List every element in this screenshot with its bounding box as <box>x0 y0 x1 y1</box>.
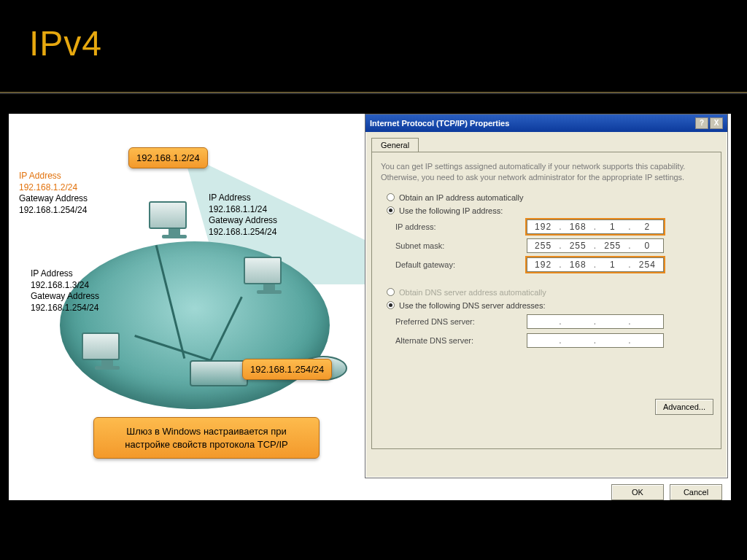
radio-label: Obtain an IP address automatically <box>399 193 523 202</box>
radio-icon <box>387 288 395 296</box>
value: 192.168.1.3/24 <box>31 280 89 290</box>
callout-pc1-ip: 192.168.1.2/24 <box>128 147 208 168</box>
radio-label: Use the following IP address: <box>399 206 503 215</box>
label: IP Address <box>209 192 251 203</box>
field-label: Default gateway: <box>395 260 527 269</box>
dialog-footer-buttons: OK Cancel <box>365 484 728 500</box>
radio-icon <box>387 301 395 309</box>
dialog-title: Internet Protocol (TCP/IP) Properties <box>370 119 509 128</box>
content-area: IP Address 192.168.1.2/24 Gateway Addres… <box>9 114 731 500</box>
titlebar[interactable]: Internet Protocol (TCP/IP) Properties ? … <box>365 114 727 132</box>
label: IP Address <box>31 268 73 279</box>
label: Gateway Address <box>31 291 99 301</box>
row-default-gateway: Default gateway: 192. 168. 1. 254 <box>395 257 712 272</box>
help-button[interactable]: ? <box>695 117 708 129</box>
gateway-note: Шлюз в Windows настраивается при настрой… <box>93 417 320 459</box>
default-gateway-field[interactable]: 192. 168. 1. 254 <box>527 257 664 272</box>
tab-general[interactable]: General <box>371 138 419 152</box>
radio-auto-dns: Obtain DNS server address automatically <box>387 288 712 297</box>
radio-icon <box>387 206 395 214</box>
radio-manual-ip[interactable]: Use the following IP address: <box>387 206 712 215</box>
radio-label: Use the following DNS server addresses: <box>399 301 546 310</box>
row-alternate-dns: Alternate DNS server: . . . <box>395 333 712 348</box>
tab-strip: General <box>371 138 721 152</box>
label: IP Address <box>19 171 61 181</box>
radio-manual-dns[interactable]: Use the following DNS server addresses: <box>387 301 712 310</box>
network-diagram: IP Address 192.168.1.2/24 Gateway Addres… <box>9 114 366 500</box>
value: 192.168.1.254/24 <box>31 303 98 313</box>
value: 192.168.1.254/24 <box>209 227 276 237</box>
advanced-button[interactable]: Advanced... <box>655 399 713 415</box>
field-label: Preferred DNS server: <box>395 317 527 326</box>
label: Gateway Address <box>209 215 277 225</box>
row-subnet-mask: Subnet mask: 255. 255. 255. 0 <box>395 238 712 253</box>
switch-icon <box>190 360 248 386</box>
slide: IPv4 IP Address 192.168.1.2/24 Gateway A… <box>0 0 747 560</box>
panel-general: You can get IP settings assigned automat… <box>371 152 721 449</box>
field-label: IP address: <box>395 222 527 231</box>
callout-router-ip: 192.168.1.254/24 <box>242 359 332 380</box>
value: 192.168.1.1/24 <box>209 204 267 214</box>
radio-icon <box>387 193 395 201</box>
radio-auto-ip[interactable]: Obtain an IP address automatically <box>387 193 712 202</box>
host-info: IP Address 192.168.1.3/24 Gateway Addres… <box>31 268 99 314</box>
ip-address-field[interactable]: 192. 168. 1. 2 <box>527 219 664 234</box>
ok-button[interactable]: OK <box>611 484 664 500</box>
tcpip-properties-dialog: Internet Protocol (TCP/IP) Properties ? … <box>365 114 728 478</box>
alternate-dns-field[interactable]: . . . <box>527 333 664 348</box>
divider <box>0 92 747 94</box>
pc-icon <box>82 332 133 376</box>
cancel-button[interactable]: Cancel <box>670 484 722 500</box>
host-info: IP Address 192.168.1.1/24 Gateway Addres… <box>209 192 277 238</box>
close-button[interactable]: X <box>710 117 723 129</box>
host-info: IP Address 192.168.1.2/24 Gateway Addres… <box>19 171 88 216</box>
value: 192.168.1.2/24 <box>19 182 77 192</box>
field-label: Alternate DNS server: <box>395 336 527 345</box>
preferred-dns-field[interactable]: . . . <box>527 314 664 329</box>
row-preferred-dns: Preferred DNS server: . . . <box>395 314 712 329</box>
slide-title: IPv4 <box>29 23 102 63</box>
label: Gateway Address <box>19 193 88 203</box>
row-ip-address: IP address: 192. 168. 1. 2 <box>395 219 712 234</box>
field-label: Subnet mask: <box>395 241 527 250</box>
description-text: You can get IP settings assigned automat… <box>381 161 712 183</box>
pc-icon <box>149 201 200 245</box>
value: 192.168.1.254/24 <box>19 205 87 215</box>
pc-icon <box>244 257 295 300</box>
window-buttons: ? X <box>695 117 723 129</box>
subnet-mask-field[interactable]: 255. 255. 255. 0 <box>527 238 664 253</box>
radio-label: Obtain DNS server address automatically <box>399 288 546 297</box>
